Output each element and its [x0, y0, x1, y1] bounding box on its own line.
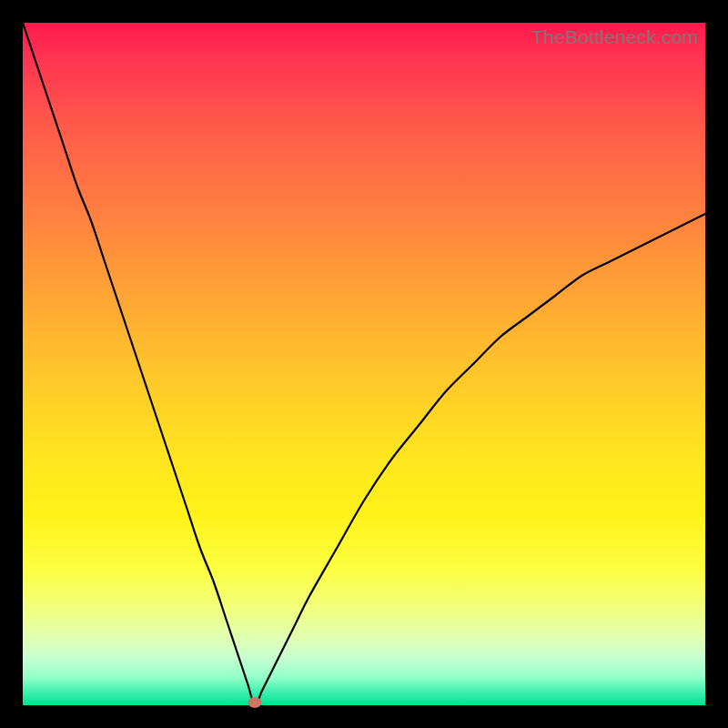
- minimum-marker: [248, 697, 262, 708]
- plot-area: TheBottleneck.com: [23, 23, 705, 705]
- chart-frame: TheBottleneck.com: [0, 0, 728, 728]
- bottleneck-curve: [23, 23, 705, 705]
- watermark-text: TheBottleneck.com: [531, 26, 698, 48]
